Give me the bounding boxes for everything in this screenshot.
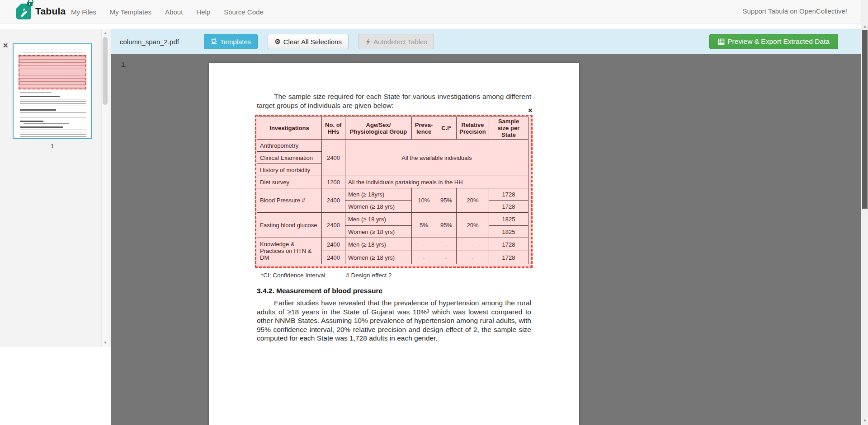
logo-lock-icon	[27, 2, 33, 6]
selection-box[interactable]: ×	[255, 115, 533, 268]
templates-button-label: Templates	[220, 38, 251, 46]
autodetect-button-label: Autodetect Tables	[373, 38, 427, 46]
main-panel: column_span_2.pdf Templates ⊗ Clear All …	[111, 29, 861, 425]
section-heading: 3.4.2. Measurement of blood pressure	[257, 287, 382, 295]
selection-close-icon[interactable]: ×	[528, 107, 533, 114]
navbar: Tabula My Files My Templates About Help …	[0, 0, 861, 23]
export-button-label: Preview & Export Extracted Data	[727, 37, 830, 46]
thumbnail-sidebar: ✕ 1 ▲ ▼	[0, 29, 111, 347]
autodetect-tables-button[interactable]: Autodetect Tables	[359, 34, 434, 49]
templates-icon	[211, 38, 217, 45]
thumbnail-page-number: 1	[13, 143, 92, 149]
templates-button[interactable]: Templates	[204, 34, 258, 49]
nav-help[interactable]: Help	[189, 8, 217, 16]
nav-source-code[interactable]: Source Code	[217, 8, 270, 16]
thumbnail-text-lines	[20, 99, 86, 107]
sidebar-scrollbar[interactable]: ▲ ▼	[101, 29, 108, 347]
document-viewport[interactable]: 1. The sample size required for each Sta…	[111, 54, 861, 425]
body-paragraph: Earlier studies have revealed that the p…	[257, 299, 531, 343]
current-filename: column_span_2.pdf	[120, 38, 179, 46]
pdf-page[interactable]: The sample size required for each State …	[209, 63, 579, 425]
thumbnail-text-lines	[20, 112, 86, 119]
page-number-label: 1.	[121, 61, 127, 68]
footnote-ci: *CI: Confidence Interval	[261, 272, 326, 279]
page-scrollbar[interactable]: ▲ ▼	[861, 0, 868, 425]
lightning-bolt-icon	[365, 38, 371, 45]
thumbnail-text-lines	[23, 50, 84, 54]
preview-export-button[interactable]: Preview & Export Extracted Data	[709, 34, 838, 49]
thumbnail-text-lines	[20, 130, 86, 138]
sidebar-scrollbar-thumb[interactable]	[103, 37, 108, 105]
intro-paragraph: The sample size required for each State …	[257, 92, 531, 110]
toolbar: column_span_2.pdf Templates ⊗ Clear All …	[111, 29, 861, 54]
nav-about[interactable]: About	[158, 8, 189, 16]
thumbnail-text-lines	[24, 123, 69, 125]
thumbnail-text-lines	[20, 92, 52, 94]
footnote-design-effect: # Design effect 2	[346, 272, 392, 279]
nav-my-files[interactable]: My Files	[64, 8, 103, 16]
clear-all-selections-button[interactable]: ⊗ Clear All Selections	[268, 34, 349, 49]
thumbnail-heading-line	[20, 121, 43, 122]
nav-my-templates[interactable]: My Templates	[103, 8, 158, 16]
scroll-down-icon[interactable]: ▼	[861, 419, 868, 423]
clear-button-label: Clear All Selections	[283, 38, 342, 46]
table-footnote: *CI: Confidence Interval # Design effect…	[261, 272, 392, 279]
scroll-down-icon[interactable]: ▼	[102, 341, 109, 345]
thumbnail-heading-line	[20, 109, 56, 111]
thumbnail-heading-line	[20, 126, 63, 128]
tabula-logo-icon[interactable]	[16, 4, 31, 19]
logo-pdf-squiggle	[18, 6, 29, 18]
support-link[interactable]: Support Tabula on OpenCollective!	[742, 7, 847, 15]
scroll-up-icon[interactable]: ▲	[102, 31, 109, 35]
thumbnail-heading-line	[20, 96, 60, 97]
spreadsheet-icon	[718, 38, 725, 45]
scroll-up-icon[interactable]: ▲	[861, 24, 868, 28]
remove-page-icon[interactable]: ✕	[3, 42, 9, 50]
clear-circle-x-icon: ⊗	[274, 38, 280, 45]
brand-title: Tabula	[35, 6, 66, 17]
thumbnail-selection-preview	[19, 55, 86, 89]
nav-links: My Files My Templates About Help Source …	[64, 0, 270, 23]
page-thumbnail[interactable]	[13, 43, 92, 139]
page-scrollbar-thumb[interactable]	[862, 30, 868, 209]
